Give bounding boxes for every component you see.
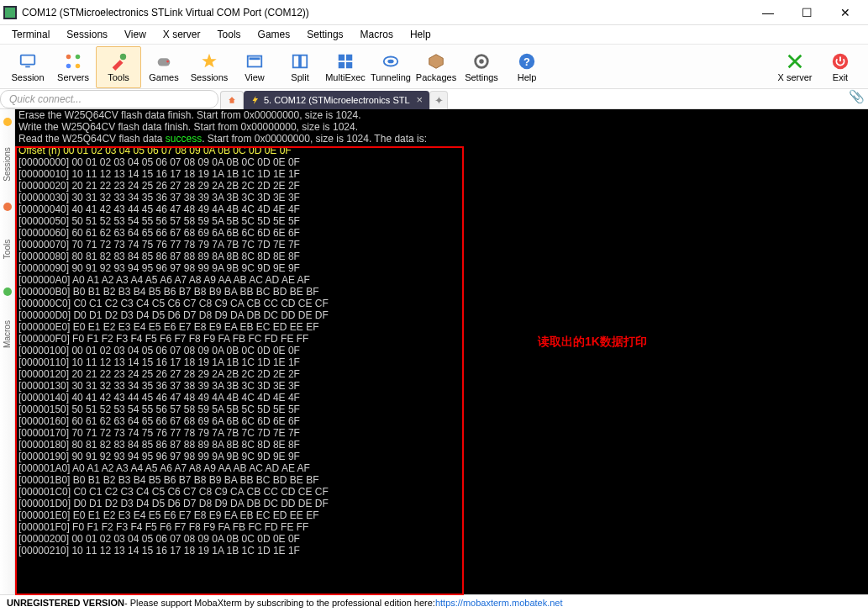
app-icon	[3, 6, 17, 19]
gamepad-icon	[155, 52, 173, 71]
tb-packages[interactable]: Packages	[413, 46, 459, 88]
svg-rect-13	[293, 55, 299, 68]
svg-rect-15	[339, 55, 345, 61]
svg-rect-3	[25, 66, 30, 68]
menu-games[interactable]: Games	[251, 27, 297, 42]
menu-settings[interactable]: Settings	[300, 27, 350, 42]
menu-help[interactable]: Help	[403, 27, 438, 42]
svg-rect-18	[346, 62, 352, 68]
screen-icon	[18, 52, 37, 71]
menu-xserver[interactable]: X server	[156, 27, 208, 42]
window-title: COM12 (STMicroelectronics STLink Virtual…	[22, 7, 749, 18]
box-icon	[427, 52, 445, 71]
tool-dot-icon	[3, 203, 12, 211]
titlebar: COM12 (STMicroelectronics STLink Virtual…	[0, 0, 868, 25]
home-icon	[228, 94, 236, 106]
quick-connect-input[interactable]: Quick connect...	[0, 90, 218, 108]
tb-tools[interactable]: Tools	[96, 46, 141, 88]
svg-rect-1	[5, 8, 15, 18]
tb-settings[interactable]: Settings	[459, 46, 504, 88]
view-icon	[245, 52, 264, 71]
split-icon	[291, 52, 309, 71]
svg-point-10	[166, 61, 169, 63]
side-tab-tools[interactable]: Tools	[3, 240, 12, 259]
svg-point-22	[479, 59, 484, 64]
svg-rect-2	[21, 55, 35, 65]
svg-rect-12	[250, 57, 260, 60]
quickbar: Quick connect... 5. COM12 (STMicroelectr…	[0, 89, 868, 109]
menu-terminal[interactable]: Terminal	[5, 27, 56, 42]
x-icon	[786, 52, 804, 71]
svg-rect-16	[346, 55, 352, 61]
status-bold: UNREGISTERED VERSION	[7, 598, 124, 608]
power-icon	[831, 52, 850, 71]
side-tab-macros[interactable]: Macros	[3, 320, 12, 348]
svg-point-8	[120, 54, 126, 60]
tb-multiexec[interactable]: MultiExec	[323, 46, 368, 88]
menu-sessions[interactable]: Sessions	[60, 27, 114, 42]
tb-xserver[interactable]: X server	[772, 46, 818, 88]
svg-point-7	[76, 64, 81, 69]
tb-tunneling[interactable]: Tunneling	[368, 46, 413, 88]
minimize-button[interactable]: —	[749, 1, 787, 24]
status-link[interactable]: https://mobaxterm.mobatek.net	[435, 598, 563, 608]
menu-tools[interactable]: Tools	[211, 27, 248, 42]
menu-macros[interactable]: Macros	[354, 27, 400, 42]
tb-session[interactable]: Session	[5, 46, 50, 88]
menu-view[interactable]: View	[118, 27, 153, 42]
star-dot-icon	[3, 118, 12, 126]
tb-exit[interactable]: Exit	[818, 46, 863, 88]
paperclip-icon[interactable]: 📎	[849, 89, 865, 104]
svg-point-4	[66, 55, 71, 60]
annotation-label: 读取出的1K数据打印	[538, 335, 647, 350]
tb-view[interactable]: View	[232, 46, 277, 88]
close-button[interactable]: ✕	[826, 1, 865, 24]
tb-help[interactable]: ?Help	[504, 46, 550, 88]
tunnel-icon	[381, 52, 400, 71]
svg-rect-17	[339, 62, 345, 68]
svg-rect-14	[301, 55, 307, 68]
grid-icon	[336, 52, 355, 71]
svg-point-6	[66, 64, 71, 69]
toolbar: Session Servers Tools Games Sessions Vie…	[0, 44, 868, 89]
lightning-icon	[250, 95, 260, 105]
side-panel: Sessions Tools Macros	[0, 109, 15, 594]
tb-split[interactable]: Split	[277, 46, 323, 88]
new-tab-button[interactable]: ✦	[429, 91, 448, 109]
terminal-output[interactable]: Erase the W25Q64CV flash data finish. St…	[15, 109, 868, 594]
servers-icon	[64, 52, 82, 71]
star-icon	[200, 52, 218, 71]
maximize-button[interactable]: ☐	[787, 1, 826, 24]
svg-point-20	[387, 60, 393, 64]
tb-games[interactable]: Games	[141, 46, 187, 88]
statusbar: UNREGISTERED VERSION - Please support Mo…	[0, 594, 868, 609]
menubar: Terminal Sessions View X server Tools Ga…	[0, 25, 868, 44]
macro-dot-icon	[3, 288, 12, 296]
session-tab[interactable]: 5. COM12 (STMicroelectronics STL ×	[244, 91, 429, 109]
home-tab[interactable]	[220, 91, 244, 109]
close-tab-icon[interactable]: ×	[417, 93, 423, 106]
gear-icon	[472, 52, 491, 71]
side-tab-sessions[interactable]: Sessions	[3, 147, 12, 182]
tools-icon	[109, 52, 128, 71]
svg-text:?: ?	[523, 55, 530, 68]
tb-servers[interactable]: Servers	[50, 46, 96, 88]
status-text: - Please support MobaXterm by subscribin…	[124, 598, 435, 608]
tb-sessions[interactable]: Sessions	[187, 46, 232, 88]
svg-point-5	[76, 55, 81, 60]
help-icon: ?	[518, 52, 536, 71]
